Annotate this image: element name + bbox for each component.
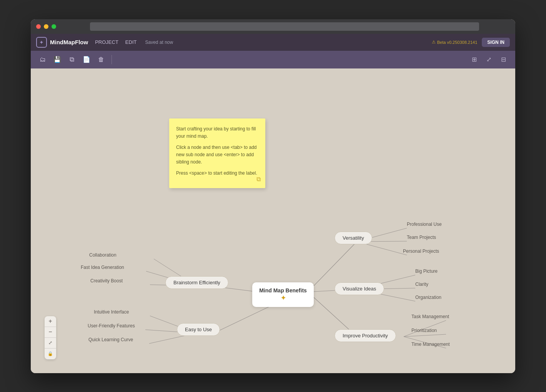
zoom-controls: + − ⤢ 🔒 xyxy=(45,316,56,359)
trash-icon: 🗑 xyxy=(98,56,104,63)
collapse-icon: ⊟ xyxy=(501,56,506,63)
node-visualize[interactable]: Visualize Ideas xyxy=(335,282,384,295)
easy-label: Easy to Use xyxy=(185,327,212,332)
save-icon: 💾 xyxy=(53,56,61,63)
folder-icon: 🗂 xyxy=(40,56,46,63)
leaf-professional: Professional Use xyxy=(407,222,442,227)
nav-project[interactable]: PROJECT xyxy=(95,39,118,45)
lock-button[interactable]: 🔒 xyxy=(45,349,56,359)
app-window: ✦ MindMapFlow PROJECT EDIT Saved at now … xyxy=(31,19,515,373)
svg-line-18 xyxy=(404,334,446,337)
page-button[interactable]: 📄 xyxy=(81,54,92,65)
node-brainstorm[interactable]: Brainstorm Efficiently xyxy=(165,276,228,289)
duplicate-icon: ⧉ xyxy=(70,56,74,63)
nav-edit[interactable]: EDIT xyxy=(125,39,137,45)
app-bar: ✦ MindMapFlow PROJECT EDIT Saved at now … xyxy=(31,34,515,51)
collapse-button[interactable]: ⊟ xyxy=(498,54,509,65)
toolbar-right: ⊞ ⤢ ⊟ xyxy=(468,54,509,65)
app-logo: ✦ MindMapFlow xyxy=(36,37,88,48)
toolbar: 🗂 💾 ⧉ 📄 🗑 ⊞ ⤢ ⊟ xyxy=(31,51,515,68)
leaf-team: Team Projects xyxy=(407,235,436,240)
leaf-personal: Personal Projects xyxy=(403,249,439,254)
grid-icon: ⊞ xyxy=(472,56,477,63)
logo-icon: ✦ xyxy=(36,37,47,48)
zoom-in-button[interactable]: + xyxy=(45,316,56,327)
app-bar-right: ⚠ Beta v0.250308.2141 SIGN IN xyxy=(432,38,510,47)
leaf-creativity: Creativity Boost xyxy=(90,278,123,284)
close-button[interactable] xyxy=(36,24,41,29)
grid-view-button[interactable]: ⊞ xyxy=(468,54,480,65)
brainstorm-label: Brainstorm Efficiently xyxy=(173,280,220,285)
delete-button[interactable]: 🗑 xyxy=(95,54,107,65)
beta-label: Beta v0.250308.2141 xyxy=(437,40,478,45)
productivity-label: Improve Productivity xyxy=(343,333,388,339)
leaf-fast-idea: Fast Idea Generation xyxy=(81,265,124,270)
page-icon: 📄 xyxy=(83,56,90,63)
leaf-intuitive: Intuitive Interface xyxy=(94,309,129,315)
leaf-quick-learning: Quick Learning Curve xyxy=(88,337,133,342)
leaf-prioritization: Prioritization xyxy=(411,328,437,333)
saved-status: Saved at now xyxy=(145,40,173,45)
leaf-user-friendly: User-Friendly Features xyxy=(88,323,135,329)
leaf-big-picture: Big Picture xyxy=(415,269,438,274)
leaf-collaboration: Collaboration xyxy=(89,252,117,258)
beta-badge: ⚠ Beta v0.250308.2141 xyxy=(432,40,478,45)
sticky-note: Start crafting your idea by starting to … xyxy=(169,118,265,188)
sticky-icon: ⧉ xyxy=(256,174,261,184)
node-versatility[interactable]: Versatility xyxy=(335,232,372,244)
minimize-button[interactable] xyxy=(44,24,48,29)
title-bar xyxy=(31,19,515,34)
sticky-line-2: Click a node and then use <tab> to add n… xyxy=(176,144,258,166)
center-node[interactable]: Mind Map Benefits ✦ xyxy=(252,282,314,307)
warning-icon: ⚠ xyxy=(432,40,436,45)
visualize-label: Visualize Ideas xyxy=(343,286,376,292)
sign-in-button[interactable]: SIGN IN xyxy=(482,38,510,47)
leaf-time: Time Management xyxy=(411,342,450,347)
save-button[interactable]: 💾 xyxy=(52,54,63,65)
sticky-line-1: Start crafting your idea by starting to … xyxy=(176,125,258,140)
svg-line-4 xyxy=(314,242,357,286)
fit-button[interactable]: ⤢ xyxy=(45,338,56,349)
duplicate-button[interactable]: ⧉ xyxy=(66,54,78,65)
leaf-clarity: Clarity xyxy=(415,282,428,287)
open-folder-button[interactable]: 🗂 xyxy=(37,54,48,65)
zoom-out-button[interactable]: − xyxy=(45,327,56,338)
app-nav: PROJECT EDIT Saved at now xyxy=(95,39,173,45)
expand-icon: ⤢ xyxy=(486,56,491,63)
sticky-line-3: Press <space> to start editing the label… xyxy=(176,170,258,177)
versatility-label: Versatility xyxy=(343,235,364,241)
center-node-label: Mind Map Benefits xyxy=(259,287,307,294)
node-productivity[interactable]: Improve Productivity xyxy=(335,329,396,342)
url-bar[interactable] xyxy=(90,22,479,31)
leaf-task: Task Management xyxy=(411,314,449,319)
app-name: MindMapFlow xyxy=(50,39,88,45)
node-easy[interactable]: Easy to Use xyxy=(177,323,220,336)
canvas[interactable]: Start crafting your idea by starting to … xyxy=(31,68,515,373)
maximize-button[interactable] xyxy=(52,24,56,29)
sparkle-icon: ✦ xyxy=(281,294,286,302)
leaf-organization: Organization xyxy=(415,295,441,300)
fullscreen-button[interactable]: ⤢ xyxy=(483,54,494,65)
toolbar-divider xyxy=(112,55,112,64)
